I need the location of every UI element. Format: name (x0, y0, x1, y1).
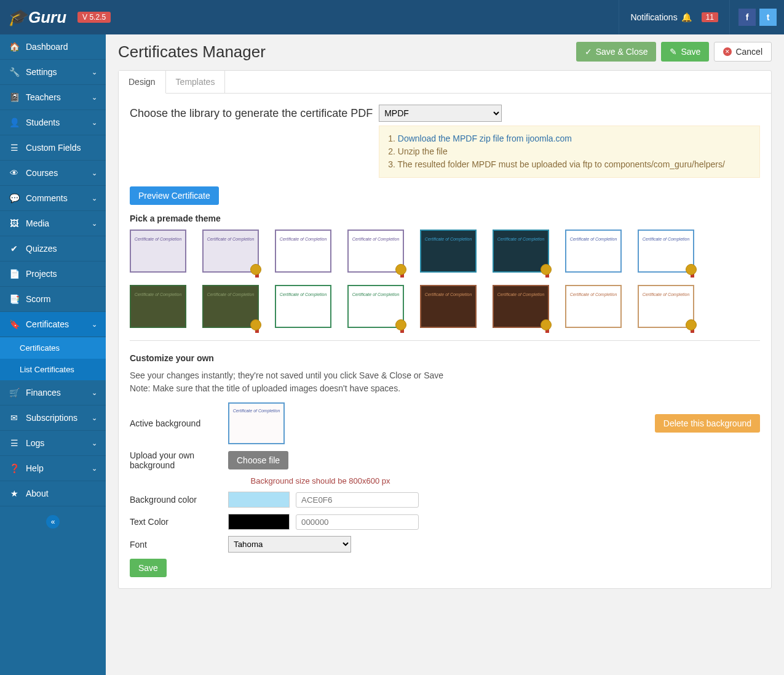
sidebar-icon: 🔧 (9, 67, 20, 77)
chevron-down-icon: ⌄ (92, 220, 97, 228)
text-color-input[interactable] (296, 514, 419, 530)
topbar: 🎓 Guru V 5.2.5 Notifications 🔔 11 f t (0, 0, 784, 34)
customize-note: See your changes instantly; they're not … (130, 369, 760, 395)
sidebar-label: About (26, 489, 49, 498)
bg-color-input[interactable] (296, 492, 419, 508)
sidebar-item-scorm[interactable]: 📑Scorm (0, 287, 106, 312)
sidebar-item-dashboard[interactable]: 🏠Dashboard (0, 34, 106, 60)
save-close-button[interactable]: ✓Save & Close (576, 42, 657, 62)
social-links: f t (729, 0, 777, 34)
notifications-label: Notifications (630, 12, 677, 22)
theme-option[interactable]: Certificate of Completion (130, 230, 186, 273)
theme-option[interactable]: Certificate of Completion (565, 230, 622, 273)
library-label: Choose the library to generate the certi… (130, 105, 373, 120)
sidebar-icon: 📑 (9, 294, 20, 304)
sidebar-label: Comments (26, 193, 68, 203)
theme-option[interactable]: Certificate of Completion (638, 285, 694, 328)
main-content: Certificates Manager ✓Save & Close ✎Save… (106, 34, 784, 675)
sidebar-item-settings[interactable]: 🔧Settings⌄ (0, 60, 106, 85)
twitter-link[interactable]: t (759, 9, 777, 26)
choose-file-button[interactable]: Choose file (228, 451, 288, 469)
sidebar-label: Certificates (26, 319, 69, 329)
theme-option[interactable]: Certificate of Completion (347, 230, 404, 273)
cancel-button[interactable]: ✕Cancel (714, 42, 772, 62)
text-color-label: Text Color (130, 517, 228, 527)
library-note: 1. Download the MPDF zip file from ijoom… (379, 126, 760, 178)
theme-option[interactable]: Certificate of Completion (130, 285, 186, 328)
theme-option[interactable]: Certificate of Completion (275, 230, 331, 273)
notifications[interactable]: Notifications 🔔 11 (619, 0, 729, 34)
sidebar: 🏠Dashboard🔧Settings⌄📓Teachers⌄👤Students⌄… (0, 34, 106, 675)
sidebar-icon: ✔ (9, 244, 20, 254)
sidebar-item-about[interactable]: ★About (0, 481, 106, 506)
sidebar-item-help[interactable]: ❓Help⌄ (0, 456, 106, 481)
sidebar-label: Finances (26, 388, 61, 397)
sidebar-label: Subscriptions (26, 413, 77, 423)
text-color-swatch[interactable] (228, 514, 290, 530)
sidebar-icon: 📄 (9, 269, 20, 279)
collapse-icon[interactable]: « (46, 515, 60, 529)
sidebar-label: Media (26, 218, 49, 228)
sidebar-label: Custom Fields (26, 143, 81, 153)
theme-option[interactable]: Certificate of Completion (420, 230, 477, 273)
chevron-down-icon: ⌄ (92, 169, 97, 177)
theme-option[interactable]: Certificate of Completion (493, 230, 549, 273)
mpdf-download-link[interactable]: Download the MPDF zip file from ijoomla.… (398, 134, 572, 143)
sidebar-icon: ★ (9, 489, 20, 498)
sidebar-item-logs[interactable]: ☰Logs⌄ (0, 431, 106, 456)
theme-option[interactable]: Certificate of Completion (275, 285, 331, 328)
sidebar-icon: 🛒 (9, 388, 20, 397)
chevron-down-icon: ⌄ (92, 321, 97, 329)
save-button[interactable]: ✎Save (661, 42, 709, 62)
cap-icon: 🎓 (7, 8, 27, 27)
sidebar-item-subscriptions[interactable]: ✉Subscriptions⌄ (0, 405, 106, 431)
sidebar-label: Students (26, 118, 60, 127)
theme-grid: Certificate of CompletionCertificate of … (130, 230, 760, 328)
sidebar-item-courses[interactable]: 👁Courses⌄ (0, 161, 106, 186)
sidebar-item-media[interactable]: 🖼Media⌄ (0, 211, 106, 236)
sidebar-item-students[interactable]: 👤Students⌄ (0, 110, 106, 135)
sidebar-item-projects[interactable]: 📄Projects (0, 262, 106, 287)
tab-design[interactable]: Design (119, 71, 166, 94)
sidebar-item-certificates[interactable]: 🔖Certificates⌄ (0, 312, 106, 337)
sidebar-subitem-certificates[interactable]: Certificates (0, 337, 106, 359)
font-select[interactable]: Tahoma (228, 536, 351, 553)
sidebar-label: Teachers (26, 92, 61, 102)
sidebar-icon: ✉ (9, 413, 20, 423)
delete-background-button[interactable]: Delete this background (655, 414, 760, 433)
theme-option[interactable]: Certificate of Completion (202, 285, 259, 328)
theme-option[interactable]: Certificate of Completion (565, 285, 622, 328)
page-title: Certificates Manager (118, 42, 266, 62)
sidebar-item-quizzes[interactable]: ✔Quizzes (0, 236, 106, 262)
cancel-icon: ✕ (723, 47, 732, 56)
sidebar-icon: ☰ (9, 438, 20, 448)
sidebar-subitem-list-certificates[interactable]: List Certificates (0, 359, 106, 380)
library-select[interactable]: MPDF (379, 105, 502, 122)
sidebar-icon: 🖼 (9, 218, 20, 228)
logo[interactable]: 🎓 Guru (7, 8, 66, 27)
edit-icon: ✎ (670, 47, 677, 57)
chevron-down-icon: ⌄ (92, 68, 97, 76)
sidebar-item-custom-fields[interactable]: ☰Custom Fields (0, 135, 106, 161)
preview-certificate-button[interactable]: Preview Certificate (130, 186, 219, 205)
sidebar-item-finances[interactable]: 🛒Finances⌄ (0, 380, 106, 405)
theme-option[interactable]: Certificate of Completion (202, 230, 259, 273)
upload-bg-label: Upload your own background (130, 450, 228, 470)
sidebar-icon: 👁 (9, 168, 20, 178)
theme-option[interactable]: Certificate of Completion (347, 285, 404, 328)
bg-size-hint: Background size should be 800x600 px (228, 476, 413, 485)
sidebar-icon: 👤 (9, 118, 20, 127)
facebook-link[interactable]: f (738, 9, 756, 26)
theme-option[interactable]: Certificate of Completion (638, 230, 694, 273)
sidebar-item-teachers[interactable]: 📓Teachers⌄ (0, 85, 106, 110)
chevron-down-icon: ⌄ (92, 94, 97, 102)
bg-color-swatch[interactable] (228, 492, 290, 508)
theme-option[interactable]: Certificate of Completion (420, 285, 477, 328)
chevron-down-icon: ⌄ (92, 414, 97, 422)
customize-save-button[interactable]: Save (130, 559, 167, 577)
theme-option[interactable]: Certificate of Completion (493, 285, 549, 328)
panel: Design Templates Choose the library to g… (118, 70, 772, 589)
sidebar-label: Dashboard (26, 42, 68, 52)
tab-templates[interactable]: Templates (166, 71, 226, 93)
sidebar-item-comments[interactable]: 💬Comments⌄ (0, 186, 106, 211)
